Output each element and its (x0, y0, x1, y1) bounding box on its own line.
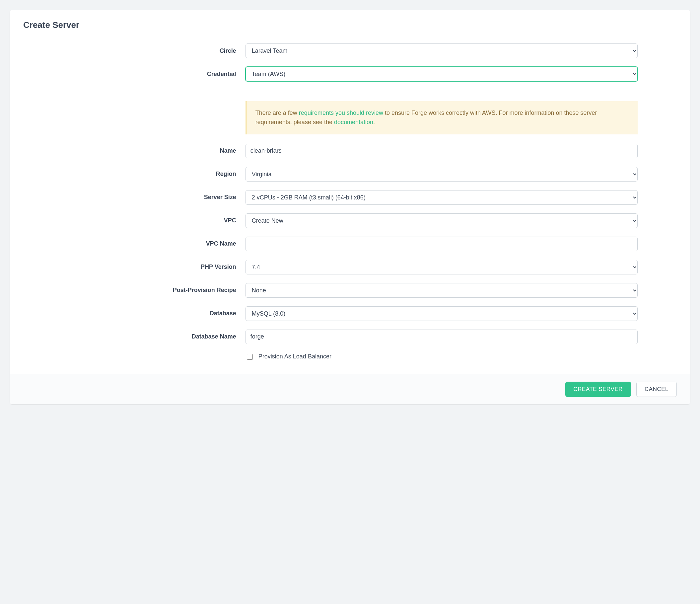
credential-select[interactable]: Team (AWS) (246, 67, 638, 81)
credential-label: Credential (23, 71, 246, 78)
cancel-button[interactable]: CANCEL (636, 382, 677, 397)
alert-text-before: There are a few (255, 110, 299, 116)
requirements-alert: There are a few requirements you should … (246, 101, 638, 135)
card-footer: CREATE SERVER CANCEL (10, 374, 690, 404)
vpc-label: VPC (23, 217, 246, 224)
alert-text-after: . (373, 119, 375, 125)
create-server-button[interactable]: CREATE SERVER (565, 382, 631, 397)
region-select[interactable]: Virginia (246, 167, 638, 182)
database-name-input[interactable] (246, 330, 638, 344)
server-size-label: Server Size (23, 194, 246, 201)
vpc-name-input[interactable] (246, 237, 638, 251)
name-label: Name (23, 147, 246, 154)
database-name-label: Database Name (23, 333, 246, 340)
php-version-label: PHP Version (23, 264, 246, 270)
vpc-select[interactable]: Create New (246, 213, 638, 228)
vpc-name-label: VPC Name (23, 240, 246, 247)
requirements-link[interactable]: requirements you should review (299, 110, 383, 116)
card-title: Create Server (10, 10, 690, 37)
database-select[interactable]: MySQL (8.0) (246, 306, 638, 321)
circle-select[interactable]: Laravel Team (246, 44, 638, 58)
recipe-select[interactable]: None (246, 283, 638, 298)
load-balancer-checkbox[interactable] (247, 354, 253, 360)
server-size-select[interactable]: 2 vCPUs - 2GB RAM (t3.small) (64-bit x86… (246, 190, 638, 205)
php-version-select[interactable]: 7.4 (246, 260, 638, 274)
create-server-card: Create Server Circle Laravel Team Creden… (10, 10, 690, 404)
form-body: Circle Laravel Team Credential Team (AWS… (10, 37, 690, 374)
name-input[interactable] (246, 144, 638, 158)
recipe-label: Post-Provision Recipe (23, 287, 246, 294)
circle-label: Circle (23, 47, 246, 54)
documentation-link[interactable]: documentation (334, 119, 373, 125)
database-label: Database (23, 310, 246, 317)
load-balancer-label[interactable]: Provision As Load Balancer (258, 353, 331, 360)
region-label: Region (23, 171, 246, 177)
